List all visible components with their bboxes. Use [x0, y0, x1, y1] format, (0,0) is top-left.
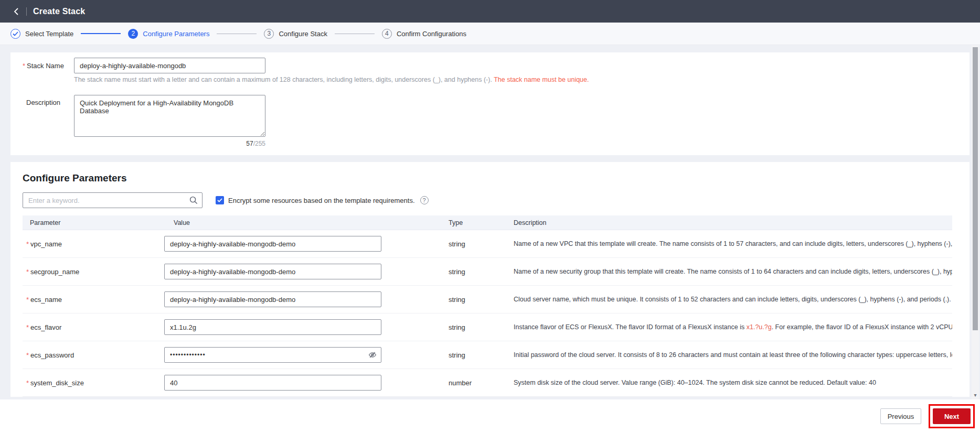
parameter-name: ecs_password	[30, 351, 74, 359]
type-cell: string	[448, 268, 513, 276]
search-input[interactable]	[23, 192, 203, 208]
step-confirm-configurations[interactable]: 4 Confirm Configurations	[382, 29, 466, 39]
description-cell: System disk size of the cloud server. Va…	[513, 379, 952, 386]
type-cell: number	[448, 379, 513, 387]
next-button[interactable]: Next	[933, 408, 971, 424]
parameter-name: ecs_name	[30, 296, 62, 304]
required-asterisk: *	[26, 323, 29, 331]
step-select-template[interactable]: Select Template	[10, 29, 73, 39]
check-icon	[10, 29, 20, 39]
hint-warning-text: The stack name must be unique.	[494, 76, 589, 83]
back-button[interactable]	[10, 6, 22, 17]
scrollbar-thumb[interactable]	[973, 47, 978, 330]
value-cell	[164, 347, 448, 363]
page-header: Create Stack	[0, 0, 980, 23]
header-divider	[26, 7, 27, 16]
stack-info-card: *Stack Name The stack name must start wi…	[10, 52, 970, 155]
vertical-scrollbar[interactable]: ▾	[972, 45, 979, 399]
char-count-max: /255	[253, 140, 265, 147]
parameter-cell: *secgroup_name	[23, 268, 164, 276]
char-count-current: 57	[246, 140, 253, 147]
wizard-footer: Previous Next	[0, 399, 980, 433]
step-configure-stack[interactable]: 3 Configure Stack	[264, 29, 327, 39]
parameter-cell: *ecs_name	[23, 296, 164, 304]
eye-off-icon[interactable]	[368, 351, 377, 361]
parameter-name: ecs_flavor	[30, 323, 61, 331]
value-input[interactable]	[164, 375, 381, 391]
value-cell	[164, 291, 448, 307]
stack-name-input[interactable]	[74, 58, 265, 73]
question-circle-icon[interactable]: ?	[420, 196, 429, 204]
col-description: Description	[513, 219, 952, 226]
step-label: Select Template	[25, 30, 73, 38]
description-textarea[interactable]: Quick Deployment for a High-Availability…	[74, 95, 265, 137]
table-row: *system_disk_size number System disk siz…	[23, 369, 952, 397]
stack-name-label: *Stack Name	[23, 62, 74, 70]
description-cell: Name of a new security group that this t…	[513, 268, 952, 275]
type-cell: string	[448, 323, 513, 331]
value-cell	[164, 375, 448, 391]
description-cell: Initial password of the cloud server. It…	[513, 351, 952, 359]
char-counter: 57/255	[74, 140, 265, 147]
page-title: Create Stack	[33, 7, 85, 16]
encrypt-label: Encrypt some resources based on the temp…	[228, 197, 415, 204]
stack-name-row: *Stack Name	[23, 58, 265, 73]
value-cell	[164, 236, 448, 252]
parameter-cell: *ecs_flavor	[23, 323, 164, 331]
configure-parameters-card: Configure Parameters Encrypt some resour…	[10, 162, 970, 397]
create-stack-page: Create Stack Select Template 2 Configure…	[0, 0, 980, 433]
type-cell: string	[448, 351, 513, 359]
type-cell: string	[448, 296, 513, 304]
step-connector	[335, 34, 375, 34]
parameter-name: secgroup_name	[30, 268, 79, 276]
parameter-name: vpc_name	[30, 240, 62, 248]
step-connector	[217, 34, 257, 34]
wizard-steps: Select Template 2 Configure Parameters 3…	[0, 23, 980, 45]
chevron-down-icon[interactable]: ▾	[972, 391, 979, 398]
table-row: *ecs_name string Cloud server name, whic…	[23, 286, 952, 313]
value-input[interactable]	[164, 319, 381, 335]
table-row: *vpc_name string Name of a new VPC that …	[23, 230, 952, 258]
col-value: Value	[164, 219, 448, 226]
required-asterisk: *	[26, 240, 29, 248]
chevron-left-icon	[14, 7, 19, 16]
description-label: Description	[23, 95, 74, 106]
value-input[interactable]	[164, 236, 381, 252]
search-box	[23, 192, 203, 208]
description-cell: Cloud server name, which must be unique.…	[513, 296, 952, 303]
value-input[interactable]	[164, 264, 381, 279]
parameter-cell: *system_disk_size	[23, 379, 164, 387]
required-asterisk: *	[26, 296, 29, 304]
previous-button[interactable]: Previous	[880, 408, 921, 424]
required-asterisk: *	[26, 351, 29, 359]
step-label: Configure Parameters	[143, 30, 209, 38]
parameter-cell: *vpc_name	[23, 240, 164, 248]
required-asterisk: *	[26, 379, 29, 387]
parameters-toolbar: Encrypt some resources based on the temp…	[23, 192, 429, 208]
step-number: 3	[264, 29, 274, 39]
magnifier-icon[interactable]	[189, 196, 198, 207]
table-row: *ecs_flavor string Instance flavor of EC…	[23, 313, 952, 341]
parameters-table: Parameter Value Type Description *vpc_na…	[23, 215, 952, 397]
encrypt-checkbox[interactable]	[216, 196, 224, 204]
step-label: Configure Stack	[279, 30, 327, 38]
step-connector	[81, 33, 121, 34]
value-input[interactable]	[164, 291, 381, 307]
value-input[interactable]	[164, 347, 381, 363]
description-cell: Name of a new VPC that this template wil…	[513, 240, 952, 247]
description-row: Description Quick Deployment for a High-…	[23, 95, 265, 137]
section-title: Configure Parameters	[23, 172, 127, 184]
col-parameter: Parameter	[23, 219, 164, 226]
value-cell	[164, 264, 448, 279]
checkbox-check-icon	[217, 198, 222, 202]
parameter-name: system_disk_size	[30, 379, 84, 387]
next-button-highlight: Next	[929, 404, 975, 428]
table-body: *vpc_name string Name of a new VPC that …	[23, 230, 952, 397]
description-cell: Instance flavor of ECS or FlexusX. The f…	[513, 323, 952, 331]
type-cell: string	[448, 240, 513, 248]
parameter-cell: *ecs_password	[23, 351, 164, 359]
step-configure-parameters[interactable]: 2 Configure Parameters	[128, 29, 209, 39]
table-row: *secgroup_name string Name of a new secu…	[23, 258, 952, 286]
required-asterisk: *	[26, 268, 29, 276]
table-row: *ecs_password string Initial password of…	[23, 341, 952, 369]
